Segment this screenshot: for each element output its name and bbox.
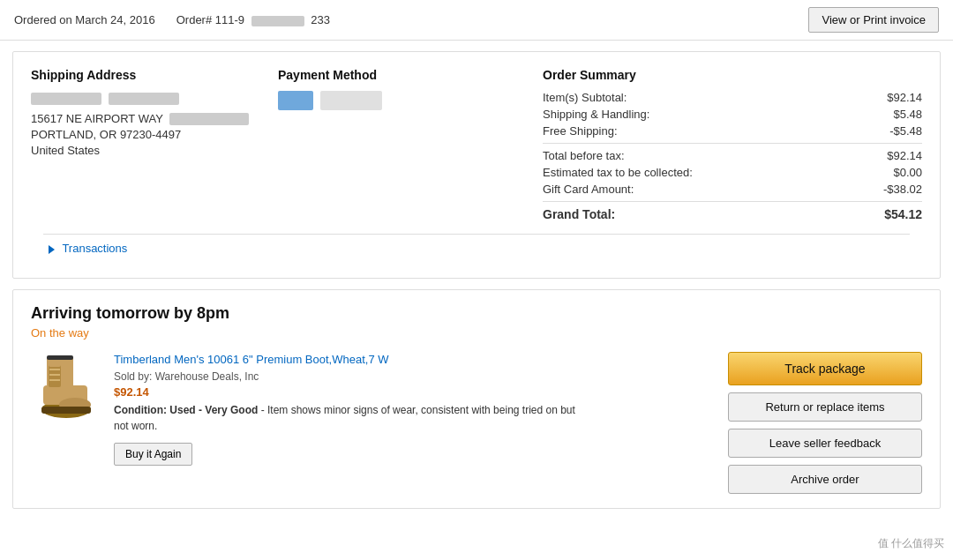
address-redacted-3 (169, 113, 249, 125)
header-bar: Ordered on March 24, 2016 Order# 111-9 2… (0, 0, 953, 41)
item-section: Arriving tomorrow by 8pm On the way (12, 289, 941, 509)
order-redacted (251, 16, 304, 26)
product-image (31, 352, 101, 422)
watermark: 值 什么值得买 (878, 536, 944, 551)
payment-title: Payment Method (278, 68, 525, 82)
summary-row-subtotal: Item(s) Subtotal: $92.14 (543, 91, 922, 104)
buy-again-button[interactable]: Buy it Again (114, 443, 192, 466)
svg-rect-4 (41, 407, 91, 414)
on-the-way-status: On the way (31, 326, 922, 340)
transactions-link[interactable]: Transactions (62, 242, 127, 255)
action-buttons: Track package Return or replace items Le… (710, 352, 922, 494)
payment-card-icon (278, 91, 313, 110)
address-line-1: 15617 NE AIRPORT WAY (31, 112, 278, 126)
summary-row-free-shipping: Free Shipping: -$5.48 (543, 124, 922, 138)
payment-number-redacted (320, 91, 382, 110)
summary-row-tax: Estimated tax to be collected: $0.00 (543, 166, 922, 179)
print-invoice-button[interactable]: View or Print invoice (808, 7, 939, 33)
payment-column: Payment Method (278, 68, 525, 225)
item-details: Timberland Men's 10061 6" Premium Boot,W… (114, 352, 590, 466)
summary-row-shipping: Shipping & Handling: $5.48 (543, 108, 922, 121)
sold-by-text: Sold by: Warehouse Deals, Inc (114, 370, 590, 383)
order-info-section: Shipping Address 15617 NE AIRPORT WAY PO… (12, 51, 941, 279)
item-row: Timberland Men's 10061 6" Premium Boot,W… (31, 352, 590, 466)
summary-row-gift-card: Gift Card Amount: -$38.02 (543, 183, 922, 196)
transactions-triangle-icon (49, 245, 55, 254)
arriving-title: Arriving tomorrow by 8pm (31, 304, 922, 323)
archive-order-button[interactable]: Archive order (728, 465, 922, 494)
address-redacted-1 (31, 93, 101, 105)
item-condition: Condition: Used - Very Good - Item shows… (114, 402, 590, 434)
summary-divider-2 (543, 201, 922, 202)
address-redacted-2 (109, 93, 179, 105)
transactions-bar: Transactions (43, 234, 910, 262)
shipping-column: Shipping Address 15617 NE AIRPORT WAY PO… (31, 68, 278, 225)
header-left: Ordered on March 24, 2016 Order# 111-9 2… (14, 13, 330, 26)
order-info-grid: Shipping Address 15617 NE AIRPORT WAY PO… (31, 68, 922, 225)
item-price: $92.14 (114, 385, 590, 399)
address-line-2: PORTLAND, OR 97230-4497 (31, 128, 278, 141)
ordered-on-text: Ordered on March 24, 2016 (14, 13, 155, 26)
summary-row-grand-total: Grand Total: $54.12 (543, 207, 922, 221)
condition-label: Condition: Used - Very Good (114, 404, 258, 416)
summary-column: Order Summary Item(s) Subtotal: $92.14 S… (525, 68, 922, 225)
svg-rect-11 (47, 355, 73, 360)
track-package-button[interactable]: Track package (728, 352, 922, 385)
leave-feedback-button[interactable]: Leave seller feedback (728, 429, 922, 458)
return-replace-button[interactable]: Return or replace items (728, 392, 922, 422)
item-name-link[interactable]: Timberland Men's 10061 6" Premium Boot,W… (114, 353, 389, 366)
address-line-3: United States (31, 144, 278, 157)
order-number-text: Order# 111-9 233 (176, 13, 330, 26)
summary-row-total-before-tax: Total before tax: $92.14 (543, 149, 922, 162)
shipping-title: Shipping Address (31, 68, 278, 82)
summary-divider-1 (543, 143, 922, 144)
item-content-row: Timberland Men's 10061 6" Premium Boot,W… (31, 352, 922, 494)
summary-title: Order Summary (543, 68, 922, 82)
